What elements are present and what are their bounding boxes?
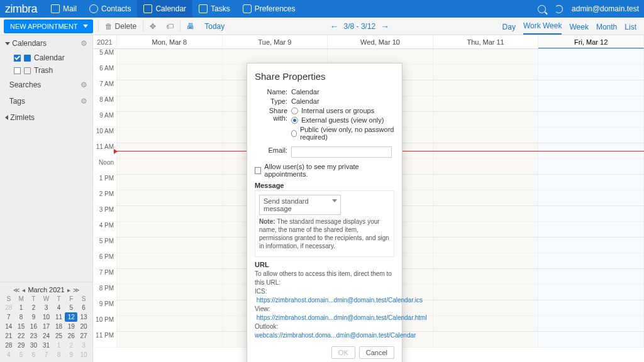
day-column[interactable] bbox=[117, 49, 223, 348]
minical-day[interactable]: 4 bbox=[3, 350, 15, 359]
message-select[interactable]: Send standard message bbox=[259, 195, 341, 215]
time-slot[interactable] bbox=[433, 316, 538, 332]
time-slot[interactable] bbox=[433, 206, 538, 222]
minical-day[interactable]: 8 bbox=[53, 350, 65, 359]
minical-day[interactable]: 22 bbox=[15, 331, 28, 341]
time-slot[interactable] bbox=[117, 175, 222, 190]
minical-day[interactable]: 3 bbox=[77, 341, 90, 350]
delete-button[interactable]: 🗑Delete bbox=[100, 18, 142, 35]
minical-day[interactable]: 21 bbox=[3, 331, 15, 341]
minical-day[interactable]: 28 bbox=[3, 341, 15, 350]
time-slot[interactable] bbox=[117, 96, 222, 112]
minical-day[interactable]: 5 bbox=[65, 303, 77, 312]
time-slot[interactable] bbox=[538, 300, 643, 316]
time-slot[interactable] bbox=[433, 112, 538, 128]
time-slot[interactable] bbox=[433, 285, 538, 300]
minical-grid[interactable]: SMTWTFS281234567891011121314151617181920… bbox=[3, 295, 90, 359]
time-slot[interactable] bbox=[117, 253, 222, 269]
sidebar-item-trash[interactable]: Trash bbox=[0, 64, 92, 77]
allow-private-checkbox[interactable]: Allow user(s) to see my private appointm… bbox=[255, 163, 394, 178]
time-slot[interactable] bbox=[538, 238, 643, 253]
cancel-button[interactable]: Cancel bbox=[359, 346, 394, 359]
tag-button[interactable]: 🏷 bbox=[161, 18, 179, 35]
day-header[interactable]: Mon, Mar 8 bbox=[117, 35, 223, 48]
minical-day[interactable]: 17 bbox=[40, 322, 52, 331]
time-slot[interactable] bbox=[538, 222, 643, 238]
time-slot[interactable] bbox=[538, 65, 643, 80]
time-slot[interactable] bbox=[117, 206, 222, 222]
time-slot[interactable] bbox=[117, 128, 222, 143]
view-work-week[interactable]: Work Week bbox=[523, 21, 562, 35]
time-slot[interactable] bbox=[538, 175, 643, 190]
prev-range-button[interactable]: ← bbox=[330, 21, 339, 31]
minical-day[interactable]: 9 bbox=[28, 312, 40, 322]
day-column[interactable] bbox=[433, 49, 539, 348]
time-slot[interactable] bbox=[538, 285, 643, 300]
time-slot[interactable] bbox=[117, 269, 222, 285]
time-slot[interactable] bbox=[117, 332, 222, 348]
move-button[interactable]: ✥ bbox=[145, 18, 161, 35]
sidebar-searches[interactable]: Searches⚙ bbox=[0, 77, 92, 93]
minical-day[interactable]: 2 bbox=[28, 303, 40, 312]
gear-icon[interactable]: ⚙ bbox=[80, 80, 87, 89]
day-header[interactable]: Tue, Mar 9 bbox=[223, 35, 328, 48]
minical-day[interactable]: 28 bbox=[3, 303, 15, 312]
minical-day[interactable]: 5 bbox=[15, 350, 28, 359]
time-slot[interactable] bbox=[117, 316, 222, 332]
time-slot[interactable] bbox=[433, 128, 538, 143]
day-header[interactable]: Thu, Mar 11 bbox=[433, 35, 539, 48]
print-button[interactable]: 🖶 bbox=[182, 18, 199, 35]
time-slot[interactable] bbox=[538, 128, 643, 143]
gear-icon[interactable]: ⚙ bbox=[80, 97, 87, 106]
url-ics-link[interactable]: https://zimbrahost.domain...dmin@domain.… bbox=[257, 297, 423, 304]
minical-day[interactable]: 31 bbox=[40, 341, 52, 350]
search-icon[interactable] bbox=[538, 5, 546, 13]
minical-day[interactable]: 6 bbox=[28, 350, 40, 359]
sidebar-zimlets[interactable]: Zimlets bbox=[0, 109, 92, 126]
minical-day[interactable]: 19 bbox=[65, 322, 77, 331]
time-slot[interactable] bbox=[538, 159, 643, 175]
day-header[interactable]: Fri, Mar 12 bbox=[538, 35, 644, 48]
time-slot[interactable] bbox=[538, 80, 643, 96]
time-slot[interactable] bbox=[538, 112, 643, 128]
minical-day[interactable]: 4 bbox=[53, 303, 65, 312]
minical-day[interactable]: 7 bbox=[3, 312, 15, 322]
time-slot[interactable] bbox=[433, 269, 538, 285]
radio-internal[interactable]: Internal users or groups bbox=[291, 107, 394, 114]
view-week[interactable]: Week bbox=[569, 23, 588, 35]
time-slot[interactable] bbox=[433, 253, 538, 269]
time-slot[interactable] bbox=[538, 332, 643, 348]
email-input[interactable] bbox=[291, 146, 392, 158]
radio-public[interactable]: Public (view only, no password required) bbox=[291, 126, 394, 141]
time-slot[interactable] bbox=[433, 190, 538, 206]
sidebar-tags[interactable]: Tags⚙ bbox=[0, 93, 92, 109]
url-view-link[interactable]: https://zimbrahost.domain...dmin@domain.… bbox=[257, 314, 427, 321]
user-menu[interactable]: admin@domain.test bbox=[572, 4, 639, 13]
time-slot[interactable] bbox=[117, 300, 222, 316]
time-slot[interactable] bbox=[433, 159, 538, 175]
minical-day[interactable]: 18 bbox=[53, 322, 65, 331]
date-range[interactable]: 3/8 - 3/12 bbox=[344, 22, 376, 31]
next-range-button[interactable]: → bbox=[380, 21, 389, 31]
time-slot[interactable] bbox=[538, 269, 643, 285]
day-header[interactable]: Wed, Mar 10 bbox=[328, 35, 433, 48]
time-slot[interactable] bbox=[538, 253, 643, 269]
time-slot[interactable] bbox=[538, 316, 643, 332]
minical-day[interactable]: 29 bbox=[15, 341, 28, 350]
time-slot[interactable] bbox=[117, 65, 222, 80]
radio-external[interactable]: External guests (view only) bbox=[291, 116, 394, 124]
minical-next-year[interactable]: ≫ bbox=[73, 287, 79, 293]
minical-day[interactable]: 14 bbox=[3, 322, 15, 331]
time-slot[interactable] bbox=[433, 175, 538, 190]
time-slot[interactable] bbox=[433, 238, 538, 253]
time-slot[interactable] bbox=[117, 80, 222, 96]
time-slot[interactable] bbox=[433, 96, 538, 112]
minical-day[interactable]: 30 bbox=[28, 341, 40, 350]
sidebar-item-calendar[interactable]: Calendar bbox=[0, 52, 92, 64]
minical-day[interactable]: 1 bbox=[15, 303, 28, 312]
minical-day[interactable]: 3 bbox=[40, 303, 52, 312]
today-button[interactable]: Today bbox=[199, 18, 230, 35]
minical-day[interactable]: 26 bbox=[65, 331, 77, 341]
time-slot[interactable] bbox=[433, 65, 538, 80]
checkbox-icon[interactable] bbox=[14, 55, 21, 62]
